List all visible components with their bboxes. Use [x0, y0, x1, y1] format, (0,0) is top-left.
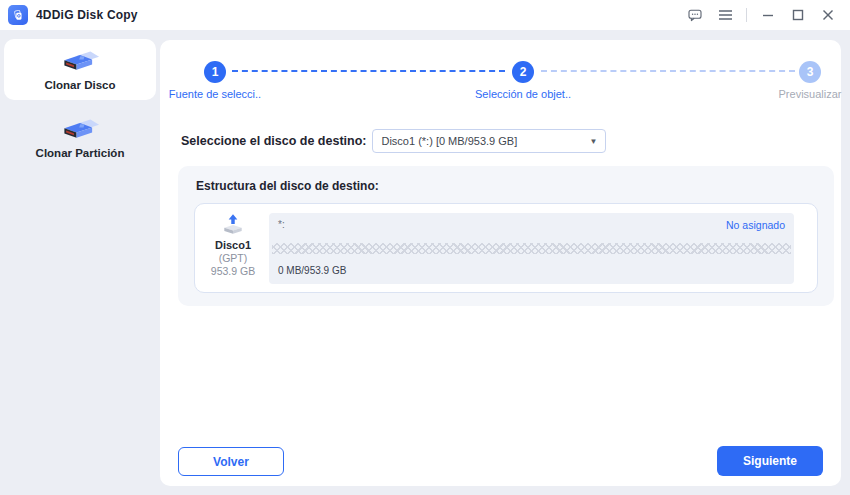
- hamburger-menu-icon: [718, 9, 733, 21]
- partition-drive-letter: *:: [278, 219, 285, 230]
- disk-info-cell: Disco1 (GPT) 953.9 GB: [195, 204, 271, 292]
- step-connector-2: [541, 70, 795, 72]
- next-button[interactable]: Siguiente: [717, 446, 823, 476]
- app-logo-icon: [8, 5, 28, 25]
- disk-partition-table: (GPT): [219, 252, 248, 264]
- titlebar-divider: [746, 8, 747, 22]
- disk-row[interactable]: Disco1 (GPT) 953.9 GB *: No asignado 0 M…: [194, 203, 818, 293]
- destination-label: Seleccione el disco de destino:: [181, 134, 366, 148]
- close-icon: [822, 9, 834, 21]
- back-button[interactable]: Volver: [178, 447, 284, 476]
- menu-button[interactable]: [713, 4, 737, 26]
- disk-drive-icon: [59, 49, 101, 75]
- feedback-icon: [687, 7, 703, 23]
- titlebar: 4DDiG Disk Copy: [0, 0, 850, 30]
- partition-status-unallocated: No asignado: [726, 219, 785, 231]
- partition-block-unallocated[interactable]: *: No asignado 0 MB/953.9 GB: [269, 213, 794, 284]
- sidebar-item-label: Clonar Disco: [45, 79, 116, 91]
- unallocated-hatch-bar: [272, 243, 791, 254]
- destination-row: Seleccione el disco de destino: Disco1 (…: [181, 129, 606, 153]
- minimize-button[interactable]: [756, 4, 780, 26]
- close-button[interactable]: [816, 4, 840, 26]
- disk-size: 953.9 GB: [211, 265, 255, 277]
- step-1-label: Fuente de selecci..: [115, 88, 315, 100]
- partition-usage: 0 MB/953.9 GB: [278, 265, 346, 276]
- disk-drive-icon: [59, 117, 101, 143]
- disk-structure-header: Estructura del disco de destino:: [196, 179, 379, 193]
- maximize-icon: [792, 9, 804, 21]
- maximize-button[interactable]: [786, 4, 810, 26]
- disk-name: Disco1: [215, 239, 251, 251]
- destination-selected-value: Disco1 (*:) [0 MB/953.9 GB]: [381, 135, 585, 147]
- step-connector-1: [232, 70, 505, 72]
- sidebar-item-clone-partition[interactable]: Clonar Partición: [4, 107, 156, 168]
- app-title: 4DDiG Disk Copy: [36, 8, 138, 22]
- sidebar-item-label: Clonar Partición: [36, 147, 125, 159]
- step-3-label: Previsualizar: [710, 88, 850, 100]
- feedback-button[interactable]: [683, 4, 707, 26]
- target-disk-icon: [220, 213, 246, 237]
- step-2-circle: 2: [512, 61, 534, 83]
- chevron-down-icon: ▼: [590, 137, 598, 146]
- step-3-circle: 3: [799, 61, 821, 83]
- step-2-label: Selección de objet..: [423, 88, 623, 100]
- app-window: 4DDiG Disk Copy: [0, 0, 850, 495]
- destination-disk-select[interactable]: Disco1 (*:) [0 MB/953.9 GB] ▼: [372, 129, 606, 153]
- disk-structure-panel: Estructura del disco de destino: Disco1 …: [178, 166, 834, 306]
- step-1-circle: 1: [204, 61, 226, 83]
- minimize-icon: [762, 9, 774, 21]
- main-panel: 1 2 3 Fuente de selecci.. Selección de o…: [160, 40, 841, 486]
